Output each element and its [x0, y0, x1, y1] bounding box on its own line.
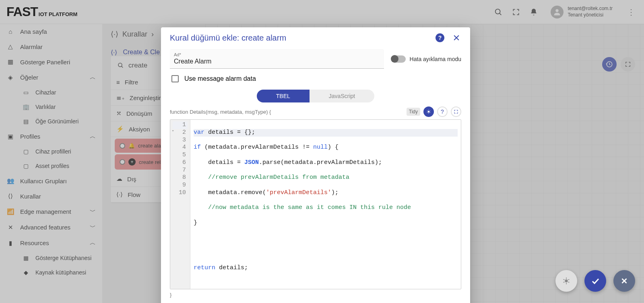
checkbox-icon [171, 75, 179, 82]
name-value: Create Alarm [174, 57, 380, 67]
add-rule-node-modal: Kural düğümü ekle: create alarm ? Ad* Cr… [161, 27, 470, 303]
modal-body: Ad* Create Alarm Hata ayıklama modu Use … [161, 47, 470, 303]
modal-header: Kural düğümü ekle: create alarm ? [161, 27, 470, 47]
fullscreen-editor-icon[interactable] [451, 106, 461, 117]
tab-tbel[interactable]: TBEL [257, 90, 310, 102]
code-gutter: 12345678910 [170, 120, 190, 289]
checkbox-label: Use message alarm data [184, 75, 256, 82]
debug-icon[interactable] [423, 106, 434, 117]
help-editor-icon[interactable]: ? [437, 106, 448, 117]
use-message-alarm-checkbox[interactable]: Use message alarm data [170, 73, 461, 88]
debug-label: Hata ayıklama modu [410, 56, 461, 62]
debug-toggle[interactable]: Hata ayıklama modu [392, 55, 461, 63]
modal-title: Kural düğümü ekle: create alarm [170, 33, 286, 43]
close-icon[interactable] [452, 33, 461, 43]
function-signature-row: function Details(msg, metadata, msgType)… [170, 106, 461, 117]
fab-row [555, 270, 635, 292]
tidy-button[interactable]: Tidy [407, 108, 420, 116]
code-editor[interactable]: 12345678910 var details = {}; if (metada… [170, 119, 461, 289]
tab-javascript[interactable]: JavaScript [310, 90, 374, 102]
help-icon[interactable]: ? [436, 33, 444, 42]
script-language-tabs: TBEL JavaScript [170, 90, 461, 102]
code-content[interactable]: var details = {}; if (metadata.prevAlarm… [190, 120, 461, 289]
toggle-icon [392, 55, 406, 63]
closing-brace: } [170, 292, 461, 298]
name-field[interactable]: Ad* Create Alarm [170, 49, 384, 69]
fab-cancel[interactable] [613, 270, 635, 292]
svg-point-8 [565, 279, 568, 282]
fab-debug[interactable] [555, 270, 577, 292]
name-label: Ad* [174, 52, 380, 57]
function-signature: function Details(msg, metadata, msgType)… [170, 109, 271, 115]
fab-apply[interactable] [584, 270, 606, 292]
svg-point-7 [428, 111, 430, 113]
